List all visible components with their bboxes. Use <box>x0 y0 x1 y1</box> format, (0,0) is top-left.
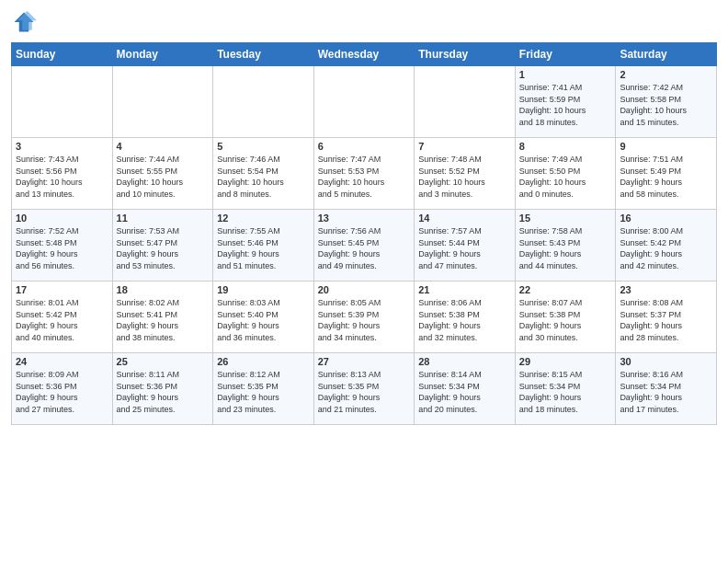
calendar-cell: 20Sunrise: 8:05 AM Sunset: 5:39 PM Dayli… <box>313 282 415 353</box>
calendar-cell: 23Sunrise: 8:08 AM Sunset: 5:37 PM Dayli… <box>616 282 717 353</box>
day-number: 29 <box>519 356 612 367</box>
logo <box>11 9 40 35</box>
day-info: Sunrise: 8:13 AM Sunset: 5:35 PM Dayligh… <box>318 369 411 415</box>
day-number: 2 <box>620 69 712 80</box>
logo-icon <box>11 9 37 35</box>
day-number: 5 <box>217 141 310 152</box>
calendar-table: SundayMondayTuesdayWednesdayThursdayFrid… <box>11 42 717 425</box>
weekday-header-saturday: Saturday <box>616 43 717 66</box>
day-number: 1 <box>519 69 612 80</box>
calendar-cell: 13Sunrise: 7:56 AM Sunset: 5:45 PM Dayli… <box>313 210 415 282</box>
calendar-cell: 29Sunrise: 8:15 AM Sunset: 5:34 PM Dayli… <box>515 353 616 425</box>
calendar-cell: 27Sunrise: 8:13 AM Sunset: 5:35 PM Dayli… <box>313 353 415 425</box>
day-number: 20 <box>318 284 411 295</box>
week-row-1: 1Sunrise: 7:41 AM Sunset: 5:59 PM Daylig… <box>12 66 717 138</box>
day-info: Sunrise: 8:12 AM Sunset: 5:35 PM Dayligh… <box>217 369 310 415</box>
day-number: 27 <box>318 356 411 367</box>
day-info: Sunrise: 7:41 AM Sunset: 5:59 PM Dayligh… <box>519 82 612 128</box>
calendar-cell: 22Sunrise: 8:07 AM Sunset: 5:38 PM Dayli… <box>515 282 616 353</box>
calendar-cell: 2Sunrise: 7:42 AM Sunset: 5:58 PM Daylig… <box>616 66 717 138</box>
weekday-header-thursday: Thursday <box>415 43 516 66</box>
day-number: 23 <box>620 284 712 295</box>
day-info: Sunrise: 7:47 AM Sunset: 5:53 PM Dayligh… <box>318 154 411 200</box>
day-info: Sunrise: 8:14 AM Sunset: 5:34 PM Dayligh… <box>418 369 511 415</box>
day-info: Sunrise: 8:00 AM Sunset: 5:42 PM Dayligh… <box>620 225 712 271</box>
day-info: Sunrise: 8:09 AM Sunset: 5:36 PM Dayligh… <box>16 369 108 415</box>
day-number: 26 <box>217 356 310 367</box>
calendar-cell: 19Sunrise: 8:03 AM Sunset: 5:40 PM Dayli… <box>213 282 314 353</box>
day-info: Sunrise: 7:46 AM Sunset: 5:54 PM Dayligh… <box>217 154 310 200</box>
day-info: Sunrise: 7:53 AM Sunset: 5:47 PM Dayligh… <box>117 225 210 271</box>
week-row-5: 24Sunrise: 8:09 AM Sunset: 5:36 PM Dayli… <box>12 353 717 425</box>
day-info: Sunrise: 7:57 AM Sunset: 5:44 PM Dayligh… <box>418 225 511 271</box>
weekday-header-monday: Monday <box>112 43 213 66</box>
day-number: 13 <box>318 213 411 224</box>
day-number: 22 <box>519 284 612 295</box>
day-number: 28 <box>418 356 511 367</box>
day-number: 11 <box>117 213 210 224</box>
week-row-4: 17Sunrise: 8:01 AM Sunset: 5:42 PM Dayli… <box>12 282 717 353</box>
day-info: Sunrise: 8:02 AM Sunset: 5:41 PM Dayligh… <box>117 297 210 343</box>
day-number: 25 <box>117 356 210 367</box>
week-row-3: 10Sunrise: 7:52 AM Sunset: 5:48 PM Dayli… <box>12 210 717 282</box>
calendar-cell <box>313 66 415 138</box>
calendar-cell <box>12 66 113 138</box>
day-info: Sunrise: 8:03 AM Sunset: 5:40 PM Dayligh… <box>217 297 310 343</box>
weekday-header-tuesday: Tuesday <box>213 43 314 66</box>
day-info: Sunrise: 7:56 AM Sunset: 5:45 PM Dayligh… <box>318 225 411 271</box>
calendar-cell: 28Sunrise: 8:14 AM Sunset: 5:34 PM Dayli… <box>415 353 516 425</box>
calendar-cell: 12Sunrise: 7:55 AM Sunset: 5:46 PM Dayli… <box>213 210 314 282</box>
day-number: 12 <box>217 213 310 224</box>
calendar-cell: 17Sunrise: 8:01 AM Sunset: 5:42 PM Dayli… <box>12 282 113 353</box>
day-info: Sunrise: 7:55 AM Sunset: 5:46 PM Dayligh… <box>217 225 310 271</box>
weekday-header-sunday: Sunday <box>12 43 113 66</box>
day-number: 9 <box>620 141 712 152</box>
day-info: Sunrise: 8:11 AM Sunset: 5:36 PM Dayligh… <box>117 369 210 415</box>
day-info: Sunrise: 7:43 AM Sunset: 5:56 PM Dayligh… <box>16 154 108 200</box>
calendar-cell: 7Sunrise: 7:48 AM Sunset: 5:52 PM Daylig… <box>415 138 516 210</box>
calendar-cell: 5Sunrise: 7:46 AM Sunset: 5:54 PM Daylig… <box>213 138 314 210</box>
day-info: Sunrise: 7:58 AM Sunset: 5:43 PM Dayligh… <box>519 225 612 271</box>
calendar-cell: 16Sunrise: 8:00 AM Sunset: 5:42 PM Dayli… <box>616 210 717 282</box>
day-number: 14 <box>418 213 511 224</box>
week-row-2: 3Sunrise: 7:43 AM Sunset: 5:56 PM Daylig… <box>12 138 717 210</box>
header <box>11 9 717 35</box>
day-number: 7 <box>418 141 511 152</box>
day-number: 17 <box>16 284 108 295</box>
calendar-cell: 1Sunrise: 7:41 AM Sunset: 5:59 PM Daylig… <box>515 66 616 138</box>
day-number: 10 <box>16 213 108 224</box>
calendar-cell: 15Sunrise: 7:58 AM Sunset: 5:43 PM Dayli… <box>515 210 616 282</box>
calendar-cell: 11Sunrise: 7:53 AM Sunset: 5:47 PM Dayli… <box>112 210 213 282</box>
calendar-cell: 4Sunrise: 7:44 AM Sunset: 5:55 PM Daylig… <box>112 138 213 210</box>
calendar-cell: 26Sunrise: 8:12 AM Sunset: 5:35 PM Dayli… <box>213 353 314 425</box>
calendar-cell: 14Sunrise: 7:57 AM Sunset: 5:44 PM Dayli… <box>415 210 516 282</box>
calendar-cell: 25Sunrise: 8:11 AM Sunset: 5:36 PM Dayli… <box>112 353 213 425</box>
calendar-cell: 8Sunrise: 7:49 AM Sunset: 5:50 PM Daylig… <box>515 138 616 210</box>
day-number: 15 <box>519 213 612 224</box>
day-number: 6 <box>318 141 411 152</box>
day-number: 18 <box>117 284 210 295</box>
calendar-cell <box>415 66 516 138</box>
day-info: Sunrise: 8:08 AM Sunset: 5:37 PM Dayligh… <box>620 297 712 343</box>
day-info: Sunrise: 8:05 AM Sunset: 5:39 PM Dayligh… <box>318 297 411 343</box>
calendar-cell: 9Sunrise: 7:51 AM Sunset: 5:49 PM Daylig… <box>616 138 717 210</box>
day-info: Sunrise: 7:52 AM Sunset: 5:48 PM Dayligh… <box>16 225 108 271</box>
day-number: 21 <box>418 284 511 295</box>
day-info: Sunrise: 7:49 AM Sunset: 5:50 PM Dayligh… <box>519 154 612 200</box>
day-info: Sunrise: 7:42 AM Sunset: 5:58 PM Dayligh… <box>620 82 712 128</box>
day-number: 30 <box>620 356 712 367</box>
day-number: 3 <box>16 141 108 152</box>
calendar-cell: 3Sunrise: 7:43 AM Sunset: 5:56 PM Daylig… <box>12 138 113 210</box>
day-info: Sunrise: 8:15 AM Sunset: 5:34 PM Dayligh… <box>519 369 612 415</box>
day-info: Sunrise: 8:06 AM Sunset: 5:38 PM Dayligh… <box>418 297 511 343</box>
day-number: 16 <box>620 213 712 224</box>
weekday-header-row: SundayMondayTuesdayWednesdayThursdayFrid… <box>12 43 717 66</box>
day-info: Sunrise: 7:48 AM Sunset: 5:52 PM Dayligh… <box>418 154 511 200</box>
calendar-cell: 6Sunrise: 7:47 AM Sunset: 5:53 PM Daylig… <box>313 138 415 210</box>
day-info: Sunrise: 8:07 AM Sunset: 5:38 PM Dayligh… <box>519 297 612 343</box>
day-info: Sunrise: 7:51 AM Sunset: 5:49 PM Dayligh… <box>620 154 712 200</box>
calendar-cell: 24Sunrise: 8:09 AM Sunset: 5:36 PM Dayli… <box>12 353 113 425</box>
page-container: SundayMondayTuesdayWednesdayThursdayFrid… <box>0 0 728 432</box>
day-number: 4 <box>117 141 210 152</box>
calendar-cell: 18Sunrise: 8:02 AM Sunset: 5:41 PM Dayli… <box>112 282 213 353</box>
